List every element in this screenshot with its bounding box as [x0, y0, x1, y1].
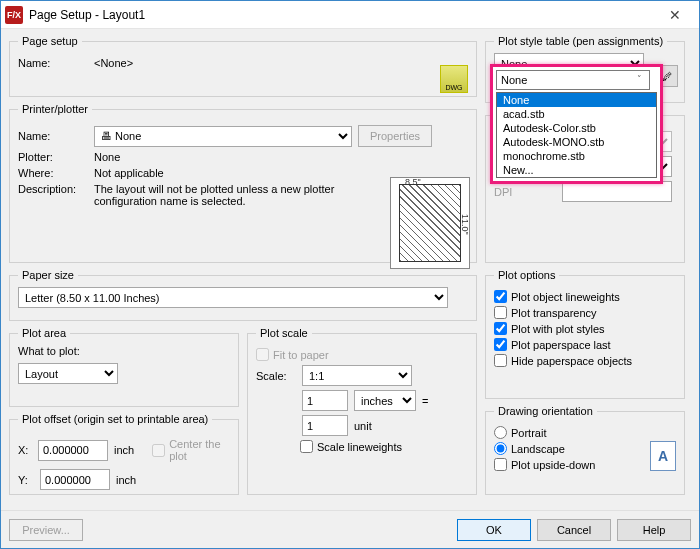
- paper-size-select[interactable]: Letter (8.50 x 11.00 Inches): [18, 287, 448, 308]
- plot-paperspace-last-checkbox[interactable]: Plot paperspace last: [494, 338, 676, 351]
- printer-plotter-group: Printer/plotter Name: 🖶 None Properties …: [9, 103, 477, 263]
- plot-scale-group: Plot scale Fit to paper Scale: 1:1 inche…: [247, 327, 477, 495]
- app-icon: F/X: [5, 6, 23, 24]
- orientation-icon: A: [650, 441, 676, 471]
- dwg-icon[interactable]: DWG: [440, 65, 468, 93]
- paper-preview: 8.5" 11.0": [390, 177, 470, 269]
- equals-label: =: [422, 395, 428, 407]
- page-setup-name-label: Name:: [18, 57, 88, 69]
- preview-button: Preview...: [9, 519, 83, 541]
- chevron-down-icon: ˅: [632, 74, 647, 84]
- plot-style-dropdown-open[interactable]: None ˅ None acad.stb Autodesk-Color.stb …: [490, 64, 663, 184]
- plot-with-styles-checkbox[interactable]: Plot with plot styles: [494, 322, 676, 335]
- page-setup-legend: Page setup: [18, 35, 82, 47]
- scale-num-a-input[interactable]: [302, 390, 348, 411]
- properties-button: Properties: [358, 125, 432, 147]
- scale-lineweights-checkbox[interactable]: Scale lineweights: [300, 440, 468, 453]
- portrait-radio[interactable]: Portrait: [494, 426, 676, 439]
- plot-lineweights-checkbox[interactable]: Plot object lineweights: [494, 290, 676, 303]
- plot-style-option[interactable]: None: [497, 93, 656, 107]
- x-label: X:: [18, 444, 32, 456]
- titlebar: F/X Page Setup - Layout1 ✕: [1, 1, 699, 29]
- printer-name-select[interactable]: 🖶 None: [94, 126, 352, 147]
- plot-style-option[interactable]: monochrome.stb: [497, 149, 656, 163]
- plot-style-option[interactable]: New...: [497, 163, 656, 177]
- plotter-value: None: [94, 151, 120, 163]
- where-label: Where:: [18, 167, 88, 179]
- paper-size-group: Paper size Letter (8.50 x 11.00 Inches): [9, 269, 477, 321]
- scale-units-select[interactable]: inches: [354, 390, 416, 411]
- dialog-footer: Preview... OK Cancel Help: [1, 510, 699, 548]
- y-unit: inch: [116, 474, 136, 486]
- page-setup-group: Page setup Name: <None> DWG: [9, 35, 477, 97]
- preview-width-label: 8.5": [405, 177, 421, 187]
- plot-style-option-list: None acad.stb Autodesk-Color.stb Autodes…: [496, 92, 657, 178]
- where-value: Not applicable: [94, 167, 164, 179]
- plot-offset-group: Plot offset (origin set to printable are…: [9, 413, 239, 495]
- description-label: Description:: [18, 183, 88, 195]
- dpi-label: DPI: [494, 186, 556, 198]
- y-label: Y:: [18, 474, 34, 486]
- plotter-label: Plotter:: [18, 151, 88, 163]
- cancel-button[interactable]: Cancel: [537, 519, 611, 541]
- description-value: The layout will not be plotted unless a …: [94, 183, 354, 207]
- x-input[interactable]: [38, 440, 108, 461]
- dpi-input: [562, 181, 672, 202]
- scale-select[interactable]: 1:1: [302, 365, 412, 386]
- scale-lineweights-input[interactable]: [300, 440, 313, 453]
- y-input[interactable]: [40, 469, 110, 490]
- close-button[interactable]: ✕: [655, 4, 695, 26]
- what-to-plot-label: What to plot:: [18, 345, 230, 357]
- preview-page-icon: [399, 184, 461, 262]
- plot-style-legend: Plot style table (pen assignments): [494, 35, 667, 47]
- unit-label: unit: [354, 420, 372, 432]
- window-title: Page Setup - Layout1: [29, 8, 655, 22]
- plot-area-legend: Plot area: [18, 327, 70, 339]
- plot-transparency-checkbox[interactable]: Plot transparency: [494, 306, 676, 319]
- plot-style-option[interactable]: Autodesk-Color.stb: [497, 121, 656, 135]
- plot-style-dropdown-control[interactable]: None ˅: [496, 70, 650, 90]
- plot-options-legend: Plot options: [494, 269, 559, 281]
- what-to-plot-select[interactable]: Layout: [18, 363, 118, 384]
- plot-offset-legend: Plot offset (origin set to printable are…: [18, 413, 212, 425]
- center-plot-checkbox: Center the plot: [152, 438, 230, 462]
- page-setup-name-value: <None>: [94, 57, 133, 69]
- plot-area-group: Plot area What to plot: Layout: [9, 327, 239, 407]
- plot-options-group: Plot options Plot object lineweights Plo…: [485, 269, 685, 399]
- fit-to-paper-checkbox: Fit to paper: [256, 348, 468, 361]
- help-button[interactable]: Help: [617, 519, 691, 541]
- plot-scale-legend: Plot scale: [256, 327, 312, 339]
- scale-num-b-input[interactable]: [302, 415, 348, 436]
- x-unit: inch: [114, 444, 134, 456]
- hide-paperspace-checkbox[interactable]: Hide paperspace objects: [494, 354, 676, 367]
- plot-style-option[interactable]: Autodesk-MONO.stb: [497, 135, 656, 149]
- page-setup-dialog: F/X Page Setup - Layout1 ✕ Page setup Na…: [0, 0, 700, 549]
- center-plot-input: [152, 444, 165, 457]
- printer-name-label: Name:: [18, 130, 88, 142]
- printer-legend: Printer/plotter: [18, 103, 92, 115]
- plot-style-option[interactable]: acad.stb: [497, 107, 656, 121]
- landscape-radio[interactable]: Landscape: [494, 442, 676, 455]
- drawing-orientation-group: Drawing orientation Portrait Landscape P…: [485, 405, 685, 495]
- paper-size-legend: Paper size: [18, 269, 78, 281]
- upside-down-checkbox[interactable]: Plot upside-down: [494, 458, 676, 471]
- orientation-legend: Drawing orientation: [494, 405, 597, 417]
- preview-height-label: 11.0": [460, 214, 470, 235]
- ok-button[interactable]: OK: [457, 519, 531, 541]
- scale-label: Scale:: [256, 370, 296, 382]
- fit-to-paper-input: [256, 348, 269, 361]
